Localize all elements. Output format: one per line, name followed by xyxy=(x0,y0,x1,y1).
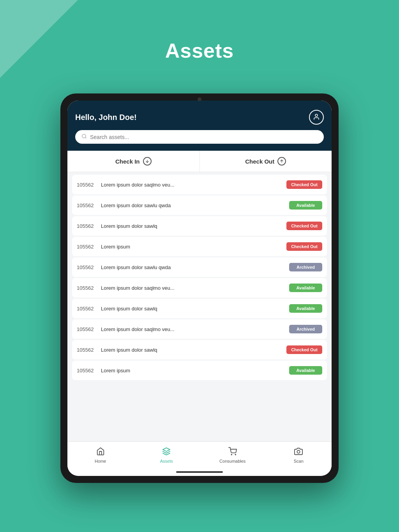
asset-name: Lorem ipsum xyxy=(101,244,282,250)
table-row[interactable]: 105562 Lorem ipsum dolor sawlu qwda Avai… xyxy=(72,196,327,215)
consumables-nav-label: Consumables xyxy=(219,459,245,463)
search-input[interactable] xyxy=(90,134,318,140)
tab-check-in[interactable]: Check In xyxy=(67,151,200,172)
consumables-nav-icon xyxy=(228,447,237,458)
home-nav-label: Home xyxy=(95,459,106,463)
asset-id: 105562 xyxy=(77,264,96,270)
nav-item-home[interactable]: Home xyxy=(67,446,134,465)
scan-nav-label: Scan xyxy=(294,459,304,463)
asset-name: Lorem ipsum dolor sawlu qwda xyxy=(101,264,284,270)
check-in-icon xyxy=(143,157,152,166)
status-badge: Checked Out xyxy=(286,180,322,189)
asset-id: 105562 xyxy=(77,347,96,353)
status-badge: Archived xyxy=(289,325,322,333)
table-row[interactable]: 105562 Lorem ipsum dolor sawlq Checked O… xyxy=(72,340,327,359)
asset-id: 105562 xyxy=(77,223,96,229)
svg-point-7 xyxy=(235,454,236,455)
svg-point-1 xyxy=(82,134,86,138)
table-row[interactable]: 105562 Lorem ipsum dolor sawlq Checked O… xyxy=(72,216,327,236)
page-title: Assets xyxy=(0,39,399,62)
nav-item-scan[interactable]: Scan xyxy=(266,446,332,465)
search-bar xyxy=(75,130,324,144)
asset-id: 105562 xyxy=(77,244,96,250)
asset-name: Lorem ipsum dolor sawlu qwda xyxy=(101,203,284,208)
svg-line-2 xyxy=(85,137,87,139)
asset-name: Lorem ipsum dolor saqlmo veu... xyxy=(101,285,284,291)
search-icon xyxy=(81,134,87,140)
asset-name: Lorem ipsum dolor saqlmo veu... xyxy=(101,326,284,332)
avatar-button[interactable] xyxy=(309,110,324,125)
assets-nav-icon xyxy=(162,447,171,458)
table-row[interactable]: 105562 Lorem ipsum Checked Out xyxy=(72,237,327,256)
filter-tabs: Check In Check Out xyxy=(67,151,332,172)
table-row[interactable]: 105562 Lorem ipsum dolor saqlmo veu... C… xyxy=(72,175,327,194)
check-out-icon xyxy=(277,157,286,166)
app-header: Hello, John Doe! xyxy=(67,100,332,151)
svg-point-8 xyxy=(297,450,300,453)
status-badge: Available xyxy=(289,201,322,210)
status-badge: Checked Out xyxy=(286,222,322,230)
asset-id: 105562 xyxy=(77,285,96,291)
status-badge: Available xyxy=(289,304,322,313)
asset-id: 105562 xyxy=(77,326,96,332)
bottom-nav: Home Assets Consumables Scan xyxy=(67,441,332,471)
home-indicator xyxy=(67,471,332,476)
assets-list: 105562 Lorem ipsum dolor saqlmo veu... C… xyxy=(67,172,332,441)
status-badge: Checked Out xyxy=(286,345,322,354)
svg-point-0 xyxy=(315,114,318,116)
assets-nav-label: Assets xyxy=(160,459,173,463)
tab-check-in-label: Check In xyxy=(115,158,140,165)
status-badge: Available xyxy=(289,284,322,292)
tablet-device: Hello, John Doe! xyxy=(60,93,339,483)
status-badge: Available xyxy=(289,366,322,375)
asset-id: 105562 xyxy=(77,203,96,208)
asset-name: Lorem ipsum dolor sawlq xyxy=(101,347,282,353)
asset-id: 105562 xyxy=(77,306,96,312)
user-icon xyxy=(313,113,320,122)
asset-name: Lorem ipsum dolor saqlmo veu... xyxy=(101,182,282,188)
status-badge: Checked Out xyxy=(286,242,322,251)
greeting-text: Hello, John Doe! xyxy=(75,113,137,122)
asset-name: Lorem ipsum xyxy=(101,368,284,373)
app-screen: Hello, John Doe! xyxy=(67,100,332,476)
table-row[interactable]: 105562 Lorem ipsum dolor sawlq Available xyxy=(72,299,327,318)
table-row[interactable]: 105562 Lorem ipsum Available xyxy=(72,361,327,380)
svg-point-6 xyxy=(231,454,232,455)
nav-item-consumables[interactable]: Consumables xyxy=(200,446,266,465)
tab-check-out-label: Check Out xyxy=(245,158,274,165)
asset-id: 105562 xyxy=(77,182,96,188)
home-bar xyxy=(176,471,223,473)
table-row[interactable]: 105562 Lorem ipsum dolor sawlu qwda Arch… xyxy=(72,257,327,277)
status-badge: Archived xyxy=(289,263,322,271)
asset-name: Lorem ipsum dolor sawlq xyxy=(101,223,282,229)
scan-nav-icon xyxy=(294,447,303,458)
table-row[interactable]: 105562 Lorem ipsum dolor saqlmo veu... A… xyxy=(72,278,327,298)
asset-name: Lorem ipsum dolor sawlq xyxy=(101,306,284,312)
asset-id: 105562 xyxy=(77,368,96,373)
camera-notch xyxy=(198,97,201,101)
table-row[interactable]: 105562 Lorem ipsum dolor saqlmo veu... A… xyxy=(72,319,327,339)
home-nav-icon xyxy=(96,447,105,458)
svg-marker-5 xyxy=(163,448,170,451)
tab-check-out[interactable]: Check Out xyxy=(200,151,332,172)
nav-item-assets[interactable]: Assets xyxy=(134,446,200,465)
